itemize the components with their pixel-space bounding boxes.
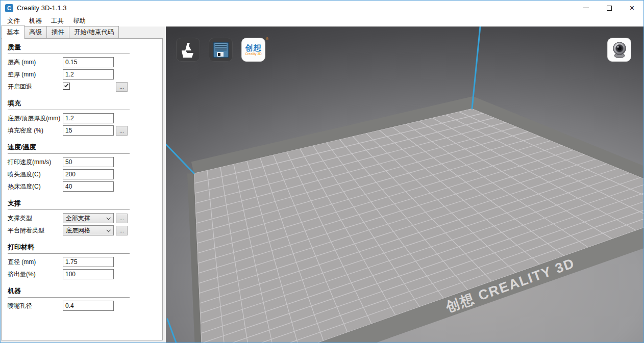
tab-1[interactable]: 基本 [2, 25, 24, 39]
section-title: 支撑 [8, 199, 130, 210]
chevron-down-icon [106, 216, 110, 220]
setting-input[interactable] [63, 269, 114, 279]
setting-checkbox[interactable] [63, 83, 70, 90]
setting-label: 热床温度(C) [8, 182, 41, 191]
setting-row: 开启回退... [8, 81, 156, 93]
settings-section: 支撑支撑类型全部支撑...平台附着类型底层网格... [8, 199, 156, 236]
setting-row: 壁厚 (mm) [8, 68, 156, 81]
settings-section: 质量层高 (mm)壁厚 (mm)开启回退... [8, 43, 156, 93]
setting-label: 壁厚 (mm) [8, 70, 36, 79]
tab-2[interactable]: 高级 [24, 26, 47, 38]
maximize-icon [607, 6, 612, 11]
dropdown-value: 全部支撑 [66, 214, 90, 223]
webcam-icon [610, 41, 629, 59]
more-options-button[interactable]: ... [116, 82, 128, 92]
setting-input[interactable] [63, 125, 114, 136]
settings-tabs: 基本高级插件开始/结束代码 [1, 27, 166, 38]
setting-input[interactable] [63, 113, 114, 123]
setting-label: 喷头温度(C) [8, 170, 41, 179]
save-gcode-icon [213, 42, 229, 58]
creality-logo-sub: Creality 3D [245, 52, 261, 56]
setting-label: 层高 (mm) [8, 58, 36, 67]
close-button[interactable]: × [621, 1, 643, 15]
creality-logo-icon: 创想 ® Creality 3D [245, 44, 261, 56]
menu-item[interactable]: 工具 [46, 16, 68, 27]
setting-label: 开启回退 [8, 83, 32, 91]
axis-line-back [472, 27, 480, 109]
setting-label: 底层/顶层厚度(mm) [8, 114, 60, 123]
window-controls: × [575, 1, 643, 15]
setting-label: 喷嘴孔径 [8, 302, 32, 310]
setting-label: 填充密度 (%) [8, 126, 43, 135]
menubar: 文件机器工具帮助 [1, 15, 643, 27]
axis-line-front [167, 319, 176, 342]
section-title: 速度/温度 [8, 143, 130, 154]
setting-row: 直径 (mm) [8, 256, 156, 268]
save-gcode-button[interactable] [209, 38, 233, 62]
section-title: 打印材料 [8, 243, 130, 254]
setting-dropdown[interactable]: 全部支撑 [63, 213, 114, 223]
settings-sections: 质量层高 (mm)壁厚 (mm)开启回退...填充底层/顶层厚度(mm)填充密度… [1, 38, 163, 340]
setting-input[interactable] [63, 169, 114, 179]
dropdown-value: 底层网格 [66, 226, 90, 235]
setting-label: 支撑类型 [8, 214, 32, 223]
setting-row: 喷头温度(C) [8, 168, 156, 180]
section-title: 机器 [8, 286, 130, 298]
tab-4[interactable]: 开始/结束代码 [69, 26, 119, 38]
setting-input[interactable] [63, 301, 114, 311]
load-model-button[interactable] [176, 38, 200, 62]
app-icon: C [5, 4, 13, 12]
setting-row: 填充密度 (%)... [8, 124, 156, 137]
app-window: C Creality 3D-1.1.3 × 文件机器工具帮助 基本高级插件开始/… [0, 0, 644, 343]
setting-label: 平台附着类型 [8, 226, 44, 235]
creality-logo-button[interactable]: 创想 ® Creality 3D [241, 38, 265, 62]
setting-label: 打印速度(mm/s) [8, 158, 51, 167]
build-plate-scene: 创想 CREALITY 3D [166, 27, 643, 342]
settings-section: 打印材料直径 (mm)挤出量(%) [8, 243, 156, 280]
setting-input[interactable] [63, 57, 114, 67]
minimize-icon [583, 8, 589, 8]
more-options-button[interactable]: ... [116, 126, 128, 136]
settings-section: 速度/温度打印速度(mm/s)喷头温度(C)热床温度(C) [8, 143, 156, 193]
settings-section: 填充底层/顶层厚度(mm)填充密度 (%)... [8, 99, 156, 137]
setting-input[interactable] [63, 181, 114, 192]
tab-3[interactable]: 插件 [46, 26, 69, 38]
setting-label: 挤出量(%) [8, 270, 36, 279]
setting-row: 平台附着类型底层网格... [8, 224, 156, 236]
check-icon [64, 83, 68, 88]
close-icon: × [630, 4, 634, 13]
window-title: Creality 3D-1.1.3 [17, 4, 67, 12]
more-options-button[interactable]: ... [116, 226, 128, 235]
section-title: 质量 [8, 43, 130, 54]
menu-item[interactable]: 帮助 [68, 16, 90, 27]
setting-label: 直径 (mm) [8, 258, 36, 267]
setting-dropdown[interactable]: 底层网格 [63, 225, 114, 235]
viewport-3d[interactable]: 创想 CREALITY 3D [166, 27, 643, 342]
setting-row: 打印速度(mm/s) [8, 156, 156, 168]
titlebar: C Creality 3D-1.1.3 × [1, 1, 643, 15]
section-title: 填充 [8, 99, 130, 110]
settings-panel: 基本高级插件开始/结束代码 质量层高 (mm)壁厚 (mm)开启回退...填充底… [1, 27, 166, 342]
settings-section: 机器喷嘴孔径 [8, 286, 156, 312]
setting-input[interactable] [63, 157, 114, 167]
axis-line-left [166, 144, 194, 173]
registered-mark: ® [266, 37, 268, 41]
creality-logo-cn: 创想 [245, 44, 262, 51]
setting-row: 热床温度(C) [8, 180, 156, 193]
view-camera-button[interactable] [607, 38, 631, 62]
setting-input[interactable] [63, 257, 114, 267]
setting-row: 喷嘴孔径 [8, 300, 156, 312]
setting-row: 层高 (mm) [8, 56, 156, 68]
maximize-button[interactable] [598, 1, 621, 15]
menu-item[interactable]: 机器 [24, 16, 46, 27]
setting-row: 挤出量(%) [8, 268, 156, 280]
setting-row: 支撑类型全部支撑... [8, 212, 156, 224]
minimize-button[interactable] [575, 1, 598, 15]
setting-row: 底层/顶层厚度(mm) [8, 112, 156, 124]
setting-input[interactable] [63, 69, 114, 80]
more-options-button[interactable]: ... [116, 214, 128, 223]
load-model-icon [180, 41, 197, 59]
main-body: 基本高级插件开始/结束代码 质量层高 (mm)壁厚 (mm)开启回退...填充底… [1, 27, 643, 342]
chevron-down-icon [106, 228, 110, 232]
